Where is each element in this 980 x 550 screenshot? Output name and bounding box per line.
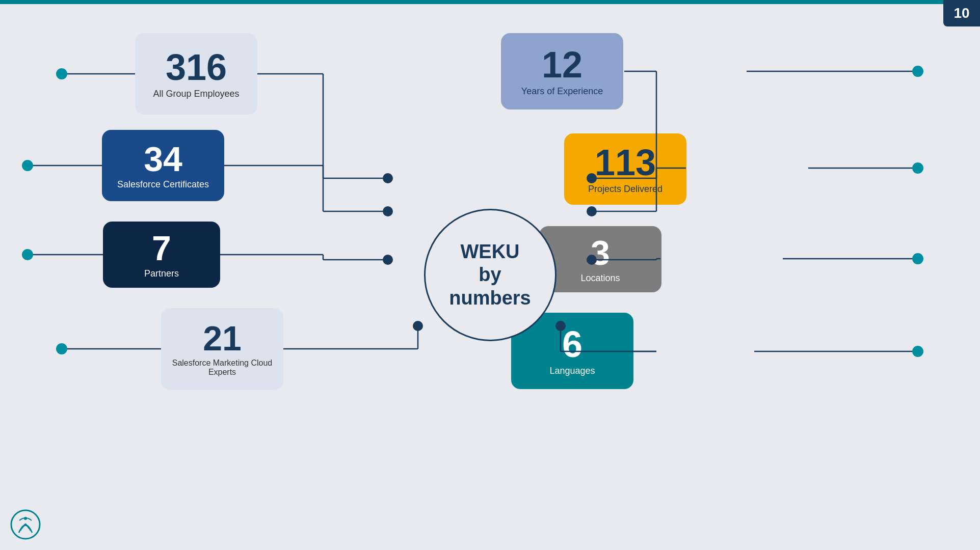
center-title: WEKU by numbers [449,240,531,310]
page-number: 10 [943,0,980,26]
locations-label: Locations [580,273,620,284]
card-locations: 3 Locations [539,226,661,292]
card-certificates: 34 Salesforce Certificates [102,130,224,201]
languages-number: 6 [562,326,582,363]
svg-point-36 [383,255,393,265]
card-marketing: 21 Salesforce Marketing Cloud Experts [161,308,283,390]
certificates-number: 34 [144,142,182,176]
marketing-label: Salesforce Marketing Cloud Experts [171,359,273,377]
partners-label: Partners [144,268,179,279]
years-number: 12 [542,46,582,83]
svg-point-49 [912,346,923,357]
locations-number: 3 [591,235,610,270]
card-projects: 113 Projects Delivered [564,133,686,205]
employees-number: 316 [166,49,227,86]
partners-number: 7 [152,231,171,265]
svg-point-39 [587,206,597,216]
svg-point-35 [383,206,393,216]
svg-point-43 [22,160,33,171]
employees-label: All Group Employees [153,89,239,99]
svg-point-48 [912,253,923,264]
card-partners: 7 Partners [103,222,220,288]
svg-point-46 [912,66,923,77]
center-circle: WEKU by numbers [424,209,557,341]
svg-point-45 [56,343,67,354]
svg-point-44 [22,249,33,260]
certificates-label: Salesforce Certificates [117,179,209,190]
projects-number: 113 [595,144,656,181]
marketing-number: 21 [203,321,242,355]
years-label: Years of Experience [521,86,603,97]
logo-icon [10,509,41,540]
svg-point-37 [413,321,423,331]
card-employees: 316 All Group Employees [135,33,257,115]
languages-label: Languages [549,366,595,376]
svg-point-34 [383,173,393,183]
svg-point-51 [24,517,27,520]
svg-point-42 [56,68,67,79]
top-bar [0,0,980,4]
projects-label: Projects Delivered [588,184,663,195]
svg-point-47 [912,162,923,174]
card-years: 12 Years of Experience [501,33,623,109]
